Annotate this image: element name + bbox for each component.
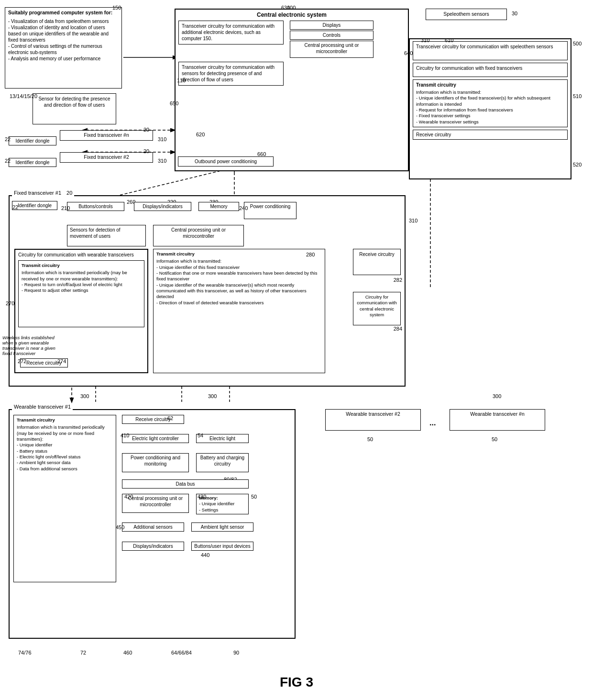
power-conditioning-wearable-box: Power conditioning and monitoring — [122, 453, 189, 472]
wearable-2-text: Wearable transceiver #2 — [346, 411, 400, 417]
ref-240: 240 — [239, 205, 248, 211]
ref-20b: 20 — [143, 148, 149, 154]
fixed-transceiver-n-text: Fixed transceiver #n — [84, 132, 129, 138]
wearable-1-title: Wearable transceiver #1 — [12, 403, 73, 410]
transmit-info-central: Information which is transmitted: - Uniq… — [416, 89, 564, 125]
ref-310a: 310 — [421, 37, 429, 43]
sensor-presence-box: Sensor for detecting the presence and di… — [33, 93, 116, 124]
speleothem-box: Speleothem sensors — [426, 9, 507, 20]
ref-640: 640 — [404, 50, 413, 56]
identifier-dongle-inner-text: Identifier dongle — [18, 203, 52, 208]
fig-caption: FIG 3 — [0, 675, 593, 700]
computer-item-3: - Control of various settings of the num… — [8, 43, 119, 56]
transceiver-speleothem-text: Transceiver circuitry for communication … — [416, 44, 553, 49]
fixed-transceiver-n-box: Fixed transceiver #n — [60, 130, 153, 141]
battery-box: Battery and charging circuitry — [196, 453, 249, 472]
ref-300b: 300 — [208, 393, 217, 399]
fixed-transceiver-2-box: Fixed transceiver #2 — [60, 152, 153, 163]
computer-item-2: - Visualization of identity and location… — [8, 24, 119, 43]
ambient-sensor-text: Ambient light sensor — [201, 524, 244, 530]
ref-20c: 20 — [66, 190, 72, 196]
ref-90: 90 — [233, 650, 239, 656]
fixed-transceiver-2-text: Fixed transceiver #2 — [84, 154, 129, 160]
transmit-main-fixed1-info: Information which is transmitted: - Uniq… — [156, 258, 322, 306]
cpu-fixed1-box: Central processing unit or microcontroll… — [153, 225, 244, 246]
displays-label: Displays — [323, 22, 341, 28]
ref-650: 650 — [170, 100, 178, 106]
ref-30: 30 — [512, 11, 517, 16]
cpu-wearable-text: Central processing unit or microcontroll… — [128, 496, 183, 507]
ambient-sensor-box: Ambient light sensor — [191, 522, 253, 532]
ref-460: 460 — [123, 650, 132, 656]
identifier-dongle-text-1: Identifier dongle — [15, 138, 49, 144]
cpu-fixed1-text: Central processing unit or microcontroll… — [171, 227, 226, 239]
ref-510: 510 — [573, 93, 582, 99]
circuitry-central-box: Circuitry for communication with central… — [353, 292, 401, 325]
ref-150: 150 — [112, 5, 121, 11]
computer-item-4: - Analysis and memory of user performanc… — [8, 56, 119, 62]
wireless-links-note: Wireless links established when a given … — [2, 335, 65, 356]
buttons-controls-box: Buttons/controls — [67, 202, 124, 211]
additional-sensors-box: Additional sensors — [122, 522, 184, 532]
ref-72: 72 — [80, 650, 86, 656]
identifier-dongle-text-2: Identifier dongle — [15, 160, 49, 165]
buttons-wearable-box: Buttons/user input devices — [191, 542, 253, 551]
ref-22a: 22 — [5, 136, 11, 142]
ref-13: 13/14/15/20 — [10, 93, 37, 99]
sensors-movement-text: Sensors for detection of movement of use… — [70, 227, 121, 239]
ref-22b: 22 — [5, 158, 11, 164]
ref-300a: 300 — [80, 393, 89, 399]
transceiver-additional-box: Transceiver circuitry for communication … — [178, 21, 284, 44]
outbound-box: Outbound power conditioning — [178, 156, 274, 167]
buttons-wearable-text: Buttons/user input devices — [194, 544, 250, 549]
controls-label: Controls — [323, 33, 340, 38]
power-conditioning-text: Power conditioning — [250, 204, 291, 209]
computer-box-title: Suitably programmed computer system for: — [8, 10, 119, 16]
ref-310c: 310 — [158, 158, 166, 164]
ref-62: 62 — [167, 415, 173, 422]
circuitry-fixed-box: Circuitry for communication with fixed t… — [413, 63, 568, 77]
buttons-controls-text: Buttons/controls — [78, 204, 113, 209]
transmit-title-central: Transmit circuitry — [416, 82, 564, 88]
transmit-wearable1-box: Transmit circuitry Information which is … — [13, 415, 116, 582]
circuitry-central-text: Circuitry for communication with central… — [357, 294, 396, 317]
ref-282: 282 — [394, 277, 402, 283]
inner-transmit-title: Transmit circuitry — [22, 263, 141, 268]
wearable-2-box: Wearable transceiver #2 — [325, 409, 421, 431]
transceiver-speleothem-box: Transceiver circuitry for communication … — [413, 41, 568, 60]
ref-50c: 50 — [492, 436, 497, 442]
wearable-1-outer: Wearable transceiver #1 Transmit circuit… — [9, 409, 296, 639]
ref-660: 660 — [257, 151, 266, 157]
power-conditioning-wearable-text: Power conditioning and monitoring — [131, 455, 180, 467]
ref-110: 110 — [177, 78, 186, 83]
electric-controller-text: Electric light controller — [132, 436, 179, 441]
memory-wearable-content: - Unique identifier- Settings — [199, 501, 246, 513]
receive-circuitry-central-box: Receive circuitry — [413, 130, 568, 140]
memory-box-fixed1: Memory — [198, 202, 239, 211]
ref-50a: 50 — [251, 493, 257, 500]
ref-274: 274 — [57, 358, 66, 365]
ref-430: 430 — [198, 493, 206, 500]
ref-20a: 20 — [143, 127, 149, 133]
transmit-circuitry-central-box: Transmit circuitry Information which is … — [413, 79, 568, 127]
displays-indicators-wearable-box: Displays/indicators — [122, 542, 184, 551]
ref-64-66: 64/66/84 — [171, 650, 192, 656]
ref-440: 440 — [201, 552, 209, 558]
ref-420: 420 — [124, 493, 133, 500]
computer-item-1: - Visualization of data from speleothem … — [8, 18, 119, 24]
ellipsis: ... — [429, 419, 436, 427]
receive-text-central: Receive circuitry — [416, 132, 451, 137]
receive-main-fixed1-box: Receive circuitry — [353, 249, 401, 275]
displays-indicators-text: Displays/indicators — [143, 204, 182, 209]
ref-272: 272 — [18, 358, 26, 365]
outbound-text: Outbound power conditioning — [195, 159, 257, 164]
ref-210: 210 — [61, 205, 70, 211]
electric-light-text: Electric light — [209, 436, 235, 441]
cpu-label: Central processing unit or microcontroll… — [304, 43, 359, 54]
ref-620: 620 — [196, 132, 205, 137]
transceiver-additional-text: Transceiver circuitry for communication … — [182, 23, 275, 41]
identifier-dongle-box-1: Identifier dongle — [9, 136, 56, 145]
transceiver-sensors-text: Transceiver circuitry for communication … — [182, 65, 275, 82]
ref-610: 610 — [445, 37, 453, 43]
receive-wearable1-text: Receive circuitry — [135, 417, 170, 422]
